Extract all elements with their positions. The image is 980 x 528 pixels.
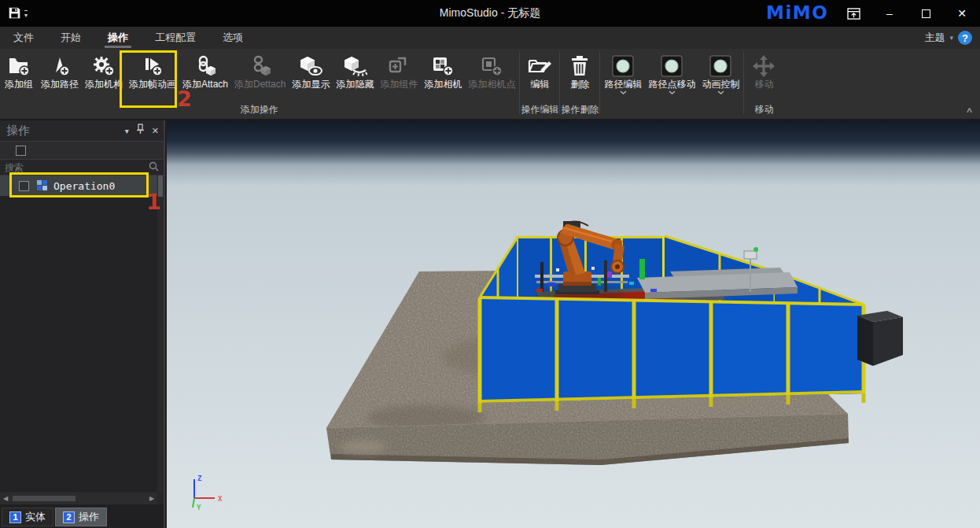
add-group-icon — [7, 53, 31, 79]
scrollbar-thumb[interactable] — [13, 496, 76, 501]
axis-y-label: Y — [197, 504, 201, 511]
horizontal-scrollbar[interactable]: ◀ ▶ — [0, 493, 157, 504]
add-component-icon — [387, 53, 411, 79]
delete-button[interactable]: 删除 — [561, 49, 599, 90]
mimostudio-window: { "window": { "title": "MimoStudio - 无标题… — [0, 0, 980, 528]
ribbon-separator — [519, 52, 520, 114]
mimo-logo: MiMO — [766, 2, 828, 23]
quick-access-toolbar: ▾ — [8, 6, 28, 23]
chevron-down-icon — [620, 90, 627, 94]
add-mechanism-button[interactable]: 添加机构 — [82, 49, 126, 90]
record-circle-icon — [612, 53, 634, 79]
add-camera-button[interactable]: 添加相机 — [421, 49, 465, 90]
add-show-button[interactable]: 添加显示 — [289, 49, 333, 90]
path-edit-button[interactable]: 路径编辑 — [601, 49, 645, 94]
add-camera-point-icon — [480, 53, 503, 79]
add-frame-animation-icon — [140, 53, 165, 79]
select-all-checkbox[interactable] — [16, 146, 26, 156]
ribbon-group-operation-edit: 编辑 操作编辑 — [521, 49, 558, 119]
viewport-3d[interactable]: Z X Y — [167, 120, 980, 528]
theme-selector[interactable]: 主题 — [924, 31, 945, 45]
minimize-button[interactable]: – — [871, 0, 908, 27]
menu-project-config[interactable]: 工程配置 — [142, 27, 209, 49]
add-dettach-icon — [249, 53, 272, 79]
edit-button[interactable]: 编辑 — [521, 49, 558, 90]
chevron-down-icon — [669, 90, 676, 94]
add-attach-button[interactable]: 添加Attach — [179, 49, 231, 90]
add-attach-icon — [193, 53, 217, 79]
add-dettach-button: 添加Dettach — [231, 49, 289, 90]
add-path-icon — [48, 53, 72, 79]
add-group-button[interactable]: 添加组 — [0, 49, 38, 90]
pin-icon[interactable] — [136, 124, 145, 138]
ribbon-group-operation-delete: 删除 操作删除 — [561, 49, 599, 119]
add-hide-icon — [342, 53, 367, 79]
scrollbar-thumb[interactable] — [158, 175, 163, 197]
operation-item-icon — [37, 180, 48, 191]
menu-options[interactable]: 选项 — [209, 27, 256, 49]
panel-toolbar — [0, 141, 164, 160]
close-button[interactable]: ✕ — [944, 0, 980, 27]
panel-header: 操作 ▾ ✕ — [0, 120, 164, 141]
panel-title: 操作 — [6, 124, 125, 138]
chevron-down-icon — [717, 90, 724, 94]
add-component-button: 添加组件 — [377, 49, 421, 90]
window-controls: – ✕ — [835, 0, 980, 27]
add-show-icon — [298, 53, 323, 79]
vertical-scrollbar[interactable] — [157, 175, 164, 492]
tab-number-badge: 1 — [9, 511, 21, 523]
menu-file[interactable]: 文件 — [0, 27, 47, 49]
maximize-button[interactable] — [908, 0, 944, 27]
ribbon-group-path-controls: 路径编辑 路径点移动 动画控制 — [601, 49, 742, 119]
axis-x-label: X — [218, 495, 223, 503]
add-camera-icon — [431, 53, 455, 79]
ribbon-separator — [743, 52, 744, 114]
add-hide-button[interactable]: 添加隐藏 — [333, 49, 377, 90]
operation-panel: 操作 ▾ ✕ Operation0 ◀ ▶ 1 实体 2 操作 — [0, 120, 165, 528]
help-button[interactable]: ? — [958, 31, 972, 45]
menu-bar-right: 主题 ▾ ? — [924, 31, 980, 45]
scroll-right-icon[interactable]: ▶ — [146, 495, 157, 502]
ribbon-group-caption — [601, 104, 742, 119]
add-mechanism-icon — [92, 53, 116, 79]
save-dropdown-icon[interactable]: ▾ — [24, 10, 28, 19]
ribbon-pin-icon — [847, 8, 860, 20]
maximize-icon — [922, 9, 930, 18]
menu-start[interactable]: 开始 — [47, 27, 94, 49]
ribbon-collapse-chevron-icon[interactable]: ^ — [967, 106, 972, 117]
save-icon[interactable] — [8, 6, 21, 23]
search-input[interactable] — [5, 162, 149, 173]
theme-chevron-icon[interactable]: ▾ — [949, 34, 953, 42]
path-point-move-button[interactable]: 路径点移动 — [645, 49, 698, 94]
menu-operation[interactable]: 操作 — [94, 27, 142, 49]
tab-label: 操作 — [79, 510, 99, 524]
panel-dropdown-icon[interactable]: ▾ — [125, 127, 129, 135]
title-bar: ▾ MimoStudio - 无标题 MiMO – ✕ — [0, 0, 980, 27]
tree-item-label: Operation0 — [53, 180, 115, 192]
add-path-button[interactable]: 添加路径 — [38, 49, 82, 90]
ribbon-group-caption: 操作删除 — [561, 104, 599, 119]
edit-icon — [527, 53, 552, 79]
window-title: MimoStudio - 无标题 — [440, 6, 540, 20]
axis-z-label: Z — [197, 474, 202, 482]
tab-label: 实体 — [25, 510, 46, 524]
animation-control-button[interactable]: 动画控制 — [698, 49, 742, 94]
search-icon — [149, 161, 159, 175]
move-button: 移动 — [745, 49, 783, 90]
ribbon-group-add-operation: 添加组 添加路径 添加机构 添加帧动画 添加Attach 添加Dettach — [0, 49, 518, 119]
scroll-left-icon[interactable]: ◀ — [0, 495, 11, 502]
panel-tabs: 1 实体 2 操作 — [0, 504, 164, 528]
ribbon-group-move: 移动 移动 — [745, 49, 783, 119]
search-row — [0, 160, 164, 175]
add-frame-animation-button[interactable]: 添加帧动画 — [126, 49, 179, 90]
ribbon-pin-button[interactable] — [835, 0, 871, 27]
record-circle-icon — [709, 53, 731, 79]
tab-operation[interactable]: 2 操作 — [55, 508, 107, 526]
panel-close-icon[interactable]: ✕ — [152, 126, 159, 136]
tree-item-checkbox[interactable] — [19, 181, 29, 191]
tab-entity[interactable]: 1 实体 — [2, 508, 53, 526]
ribbon-group-caption: 操作编辑 — [521, 104, 558, 119]
tab-number-badge: 2 — [63, 511, 75, 523]
operation-tree: Operation0 — [0, 175, 157, 492]
tree-row-operation0[interactable]: Operation0 — [0, 175, 157, 196]
